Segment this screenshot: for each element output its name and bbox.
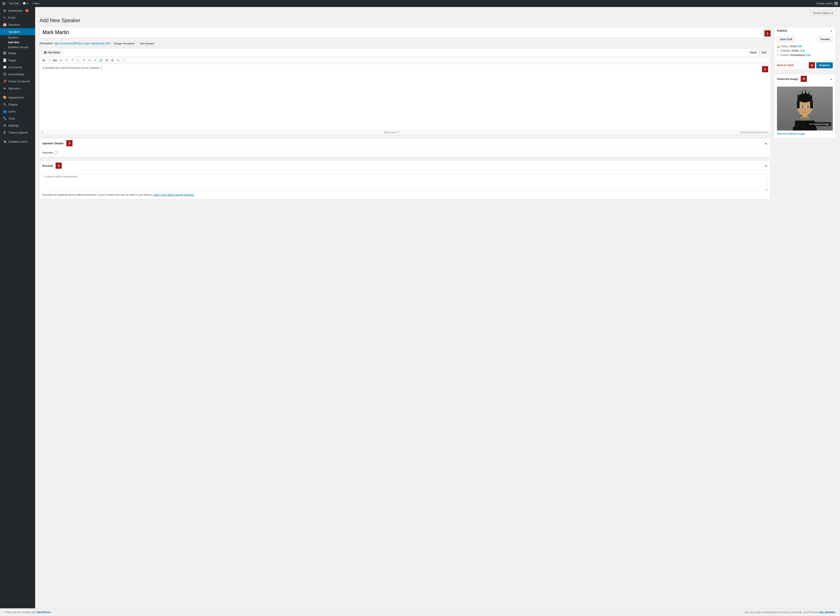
poi-icon: 📌 — [3, 79, 7, 83]
sidebar-item-sponsors[interactable]: ★ Sponsors — [0, 85, 35, 92]
stay-updated-link[interactable]: stay updated. — [819, 611, 836, 614]
speaker-details-metabox: Speaker Details 3 ▲ Keynote — [40, 138, 771, 157]
sidebar-item-event-media[interactable]: 🎬 Event Media — [0, 71, 35, 78]
excerpt-help-link[interactable]: Learn more about manual excerpts. — [153, 193, 194, 197]
sidebar-subitem-speakers[interactable]: Speakers — [0, 35, 35, 40]
insert-table-button[interactable]: ⊞ — [110, 57, 115, 63]
permalink-url[interactable]: http://localhost/a39/?post_type=speaker&… — [54, 42, 110, 45]
media-upload-icon: 🖼 — [44, 51, 47, 54]
screen-options-button[interactable]: Screen Options ▾ — [811, 10, 836, 16]
sidebar-item-plugins[interactable]: 🔌 Plugins — [0, 101, 35, 108]
sidebar-item-theme-options[interactable]: 🎛 Theme Options — [0, 129, 35, 136]
fullscreen-button[interactable]: ⛶ — [121, 57, 126, 63]
new-content-link[interactable]: + New — [32, 2, 39, 5]
svg-point-15 — [801, 106, 803, 108]
site-name[interactable]: Test Site — [9, 2, 19, 5]
align-right-button[interactable]: ≡ — [92, 57, 98, 63]
strikethrough-button[interactable]: abc — [53, 57, 58, 63]
plugins-icon: 🔌 — [3, 103, 7, 106]
preview-button[interactable]: Preview — [818, 37, 833, 42]
speaker-details-toggle[interactable]: ▲ — [764, 141, 768, 145]
excerpt-toggle[interactable]: ▲ — [764, 164, 768, 168]
sidebar-item-appearance[interactable]: 🎨 Appearance — [0, 94, 35, 101]
italic-button[interactable]: I — [47, 57, 52, 63]
change-permalinks-button[interactable]: Change Permalinks — [111, 41, 136, 46]
sidebar-item-speakers[interactable]: 👤 Speakers — [0, 28, 35, 35]
title-input[interactable] — [40, 27, 763, 38]
tab-text[interactable]: Text — [759, 50, 769, 55]
sidebar-item-pages[interactable]: 📄 Pages — [0, 57, 35, 64]
editor-toolbar: B I abc ≡ ≡ ❝ — ≡ ≡ ≡ 🔗 ⛓ ⊞ ✕ ⛶ — [40, 57, 770, 64]
ordered-list-button[interactable]: ≡ — [64, 57, 69, 63]
sidebar: ⊞ Dashboard 6 ✎ Posts 📅 Sessions 👤 Speak… — [0, 7, 35, 608]
sidebar-item-media[interactable]: 🖼 Media — [0, 50, 35, 57]
comments-link[interactable]: 💬 0 — [23, 2, 28, 5]
align-center-button[interactable]: ≡ — [87, 57, 92, 63]
draft-saved-text: Draft saved at 9:32:57 pm. — [740, 131, 769, 133]
sessions-icon: 📅 — [3, 23, 7, 26]
paragraph-tag: p — [41, 131, 43, 133]
sidebar-subitem-speakers-groups[interactable]: Speakers Groups — [0, 45, 35, 50]
tab-visual[interactable]: Visual — [747, 50, 759, 55]
sidebar-item-comments[interactable]: 💬 Comments — [0, 64, 35, 71]
media-icon: 🖼 — [3, 51, 7, 55]
hr-button[interactable]: — — [75, 57, 81, 63]
publish-collapse-icon[interactable]: ▲ — [830, 29, 833, 32]
publish-button[interactable]: Publish — [816, 62, 833, 68]
excerpt-textarea[interactable] — [43, 173, 768, 191]
sidebar-item-tools[interactable]: 🔧 Tools — [0, 115, 35, 122]
sidebar-item-poi[interactable]: 📌 Points of Interest — [0, 78, 35, 85]
unordered-list-button[interactable]: ≡ — [58, 57, 63, 63]
bold-button[interactable]: B — [41, 57, 46, 63]
sidebar-label-posts: Posts — [8, 16, 16, 19]
wp-logo-icon[interactable]: ⊞ — [2, 1, 6, 6]
sidebar-subitem-add-new[interactable]: Add New — [0, 40, 35, 45]
visibility-edit-link[interactable]: Edit — [800, 49, 805, 52]
keynote-checkbox[interactable] — [54, 151, 57, 154]
featured-image-collapse-icon[interactable]: ▲ — [830, 77, 833, 81]
badge-5: 5 — [801, 76, 807, 82]
save-draft-button[interactable]: Save Draft — [777, 37, 795, 42]
publish-time-edit-link[interactable]: Edit — [806, 54, 811, 57]
sidebar-item-users[interactable]: 👥 Users — [0, 108, 35, 115]
blockquote-button[interactable]: ❝ — [70, 57, 75, 63]
add-media-button[interactable]: 🖼 Add Media — [41, 50, 62, 55]
svg-point-16 — [807, 106, 809, 108]
align-left-button[interactable]: ≡ — [81, 57, 86, 63]
badge-4: 4 — [56, 163, 62, 169]
sidebar-item-posts[interactable]: ✎ Posts — [0, 14, 35, 21]
sidebar-divider-bottom — [0, 137, 35, 137]
sidebar-label-sponsors: Sponsors — [8, 87, 21, 90]
dashboard-icon: ⊞ — [3, 9, 7, 12]
admin-bar-right: Howdy, admin — [817, 2, 838, 5]
status-edit-link[interactable]: Edit — [797, 45, 802, 48]
move-to-trash-link[interactable]: Move to Trash — [777, 64, 794, 67]
sponsors-icon: ★ — [3, 87, 7, 90]
remove-featured-image-link[interactable]: Remove featured image — [777, 132, 833, 135]
view-speaker-button[interactable]: View Speaker — [138, 41, 157, 46]
wordpress-link[interactable]: WordPress — [37, 611, 51, 614]
featured-image-preview[interactable]: Set featured image — [777, 87, 833, 131]
keynote-row: Keynote — [43, 151, 768, 154]
sidebar-label-event-media: Event Media — [8, 73, 24, 76]
speaker-details-header[interactable]: Speaker Details 3 ▲ — [40, 138, 770, 148]
editor-content[interactable]: A detailed bio and introduction of our s… — [40, 64, 770, 130]
publish-title: Publish — [777, 29, 787, 32]
sidebar-label-speakers: Speakers — [8, 30, 21, 34]
calendar-icon: 🗓 — [777, 54, 780, 57]
unlink-button[interactable]: ⛓ — [104, 57, 109, 63]
sidebar-item-sessions[interactable]: 📅 Sessions — [0, 21, 35, 28]
editor-tabs: Visual Text — [747, 50, 769, 55]
remove-format-button[interactable]: ✕ — [115, 57, 120, 63]
sidebar-item-dashboard[interactable]: ⊞ Dashboard 6 — [0, 7, 35, 14]
word-count: Word count: 7 — [384, 131, 399, 133]
dashboard-badge: 6 — [25, 9, 29, 12]
footer-version: You are using a development version (3.9… — [745, 611, 836, 614]
editor-main: 1 Permalink: http://localhost/a39/?post_… — [40, 27, 771, 203]
cursor — [102, 66, 103, 69]
collapse-menu-button[interactable]: ◀ Collapse menu — [0, 138, 35, 145]
link-button[interactable]: 🔗 — [98, 57, 104, 63]
excerpt-header[interactable]: Excerpt 4 ▲ — [40, 161, 770, 171]
sidebar-item-settings[interactable]: ⚙ Settings — [0, 122, 35, 129]
svg-rect-11 — [797, 100, 800, 109]
